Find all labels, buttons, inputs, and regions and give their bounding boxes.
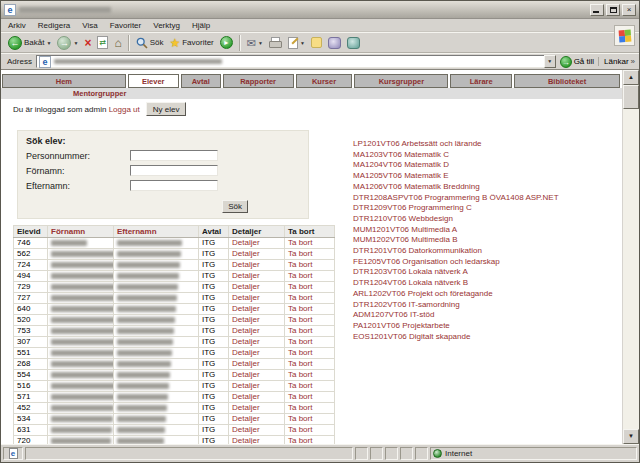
column-header[interactable]: Avtal — [199, 226, 229, 238]
media-button[interactable]: ▸ — [217, 33, 236, 52]
column-header[interactable]: Elevid — [14, 226, 48, 238]
detaljer-link[interactable]: Detaljer — [232, 348, 260, 357]
ta-bort-link[interactable]: Ta bort — [288, 249, 312, 258]
fornamn-input[interactable] — [130, 165, 218, 176]
links-button[interactable]: Länkar » — [598, 57, 635, 66]
course-link[interactable]: DTR1208ASPVT06 Programmering B ÖVA1408 A… — [353, 193, 559, 204]
column-header[interactable]: Efternamn — [114, 226, 199, 238]
favorites-button[interactable]: ★ Favoriter — [166, 33, 216, 52]
detaljer-link[interactable]: Detaljer — [232, 271, 260, 280]
column-header[interactable]: Förnamn — [48, 226, 114, 238]
refresh-button[interactable]: ⇄ — [94, 33, 111, 52]
research-button[interactable] — [325, 33, 344, 52]
detaljer-link[interactable]: Detaljer — [232, 381, 260, 390]
course-link[interactable]: ARL1202VT06 Projekt och företagande — [353, 289, 559, 300]
course-link[interactable]: DTR1202VT06 IT-samordning — [353, 300, 559, 311]
ta-bort-link[interactable]: Ta bort — [288, 315, 312, 324]
menu-item[interactable]: Visa — [82, 21, 97, 30]
address-input[interactable]: e — [36, 55, 545, 68]
course-link[interactable]: ADM1207VT06 IT-stöd — [353, 310, 559, 321]
edit-dropdown-icon[interactable]: ▼ — [300, 40, 305, 46]
ta-bort-link[interactable]: Ta bort — [288, 260, 312, 269]
ta-bort-link[interactable]: Ta bort — [288, 392, 312, 401]
course-link[interactable]: MA1206VT06 Matematik Breddning — [353, 182, 559, 193]
ta-bort-link[interactable]: Ta bort — [288, 337, 312, 346]
detaljer-link[interactable]: Detaljer — [232, 304, 260, 313]
course-link[interactable]: MUM1201VT06 Multimedia A — [353, 225, 559, 236]
column-header[interactable]: Detaljer — [229, 226, 285, 238]
menu-item[interactable]: Hjälp — [192, 21, 210, 30]
course-link[interactable]: DTR1203VT06 Lokala nätverk A — [353, 267, 559, 278]
close-button[interactable]: × — [622, 4, 636, 16]
detaljer-link[interactable]: Detaljer — [232, 238, 260, 247]
detaljer-link[interactable]: Detaljer — [232, 403, 260, 412]
address-dropdown-button[interactable]: ▼ — [544, 55, 556, 68]
course-link[interactable]: DTR1204VT06 Lokala nätverk B — [353, 278, 559, 289]
ta-bort-link[interactable]: Ta bort — [288, 403, 312, 412]
ta-bort-link[interactable]: Ta bort — [288, 370, 312, 379]
course-link[interactable]: PA1201VT06 Projektarbete — [353, 321, 559, 332]
course-link[interactable]: DTR1209VT06 Programmering C — [353, 203, 559, 214]
minimize-button[interactable] — [590, 4, 604, 16]
logout-link[interactable]: Logga ut — [109, 105, 140, 114]
vertical-scrollbar[interactable]: ▲ ▼ — [622, 70, 639, 444]
scroll-up-button[interactable]: ▲ — [623, 70, 639, 85]
ta-bort-link[interactable]: Ta bort — [288, 359, 312, 368]
print-button[interactable] — [266, 33, 285, 52]
ta-bort-link[interactable]: Ta bort — [288, 348, 312, 357]
forward-dropdown-icon[interactable]: ▼ — [73, 40, 78, 46]
forward-button[interactable]: → ▼ — [54, 33, 81, 52]
menu-item[interactable]: Verktyg — [153, 21, 180, 30]
nav-tab[interactable]: Biblioteket — [514, 74, 620, 88]
detaljer-link[interactable]: Detaljer — [232, 414, 260, 423]
nav-tab-mentorgrupper[interactable]: Mentorgrupper — [73, 89, 126, 98]
ta-bort-link[interactable]: Ta bort — [288, 271, 312, 280]
course-link[interactable]: DTR1210VT06 Webbdesign — [353, 214, 559, 225]
nav-tab[interactable]: Avtal — [181, 74, 221, 88]
efternamn-input[interactable] — [130, 180, 218, 191]
ta-bort-link[interactable]: Ta bort — [288, 381, 312, 390]
back-dropdown-icon[interactable]: ▼ — [46, 40, 51, 46]
ta-bort-link[interactable]: Ta bort — [288, 304, 312, 313]
scroll-down-button[interactable]: ▼ — [623, 429, 639, 444]
detaljer-link[interactable]: Detaljer — [232, 326, 260, 335]
course-link[interactable]: LP1201VT06 Arbetssätt och lärande — [353, 139, 559, 150]
detaljer-link[interactable]: Detaljer — [232, 315, 260, 324]
detaljer-link[interactable]: Detaljer — [232, 370, 260, 379]
scroll-thumb[interactable] — [623, 85, 639, 109]
messenger-button[interactable] — [344, 33, 363, 52]
search-button[interactable]: Sök — [133, 33, 167, 52]
column-header[interactable]: Ta bort — [285, 226, 335, 238]
ta-bort-link[interactable]: Ta bort — [288, 436, 312, 444]
ta-bort-link[interactable]: Ta bort — [288, 293, 312, 302]
nav-tab[interactable]: Hem — [2, 74, 126, 88]
course-link[interactable]: DTR1201VT06 Datorkommunikation — [353, 246, 559, 257]
home-button[interactable]: ⌂ — [111, 33, 124, 52]
nav-tab[interactable]: Elever — [128, 74, 179, 88]
ta-bort-link[interactable]: Ta bort — [288, 282, 312, 291]
nav-tab[interactable]: Kursgrupper — [354, 74, 448, 88]
ta-bort-link[interactable]: Ta bort — [288, 425, 312, 434]
menu-item[interactable]: Redigera — [38, 21, 70, 30]
stop-button[interactable]: × — [81, 33, 94, 52]
course-link[interactable]: FE1205VT06 Organisation och ledarskap — [353, 257, 559, 268]
back-button[interactable]: ← Bakåt ▼ — [5, 33, 54, 52]
detaljer-link[interactable]: Detaljer — [232, 260, 260, 269]
detaljer-link[interactable]: Detaljer — [232, 293, 260, 302]
edit-button[interactable]: ▼ — [285, 33, 308, 52]
personnummer-input[interactable] — [130, 150, 218, 161]
menu-item[interactable]: Favoriter — [110, 21, 142, 30]
detaljer-link[interactable]: Detaljer — [232, 392, 260, 401]
detaljer-link[interactable]: Detaljer — [232, 282, 260, 291]
course-link[interactable]: MUM1202VT06 Multimedia B — [353, 235, 559, 246]
nav-tab[interactable]: Rapporter — [223, 74, 294, 88]
restore-button[interactable] — [606, 4, 620, 16]
course-link[interactable]: MA1203VT06 Matematik C — [353, 150, 559, 161]
mail-button[interactable]: ✉ ▼ — [244, 33, 266, 52]
course-link[interactable]: MA1204VT06 Matematik D — [353, 160, 559, 171]
menu-item[interactable]: Arkiv — [8, 21, 26, 30]
nav-tab[interactable]: Kurser — [296, 74, 353, 88]
course-link[interactable]: MA1205VT06 Matematik E — [353, 171, 559, 182]
ta-bort-link[interactable]: Ta bort — [288, 414, 312, 423]
ta-bort-link[interactable]: Ta bort — [288, 326, 312, 335]
